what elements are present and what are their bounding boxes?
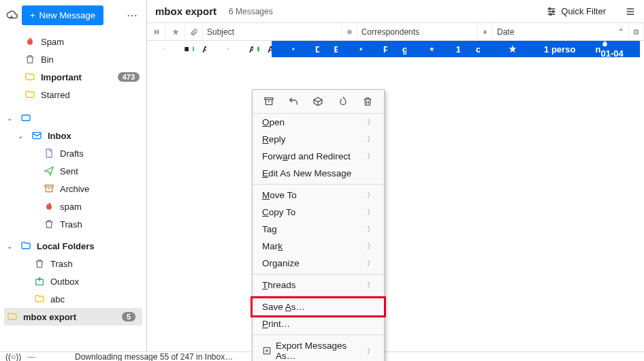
col-date[interactable]: Date⌃	[493, 23, 629, 40]
menu-item-edit-as-new-message[interactable]: Edit As New Message	[253, 165, 384, 182]
sidebar-item-trash[interactable]: Trash	[0, 255, 146, 272]
download-cloud-icon[interactable]	[5, 9, 18, 21]
star-icon[interactable]	[222, 41, 234, 57]
col-read[interactable]	[342, 23, 357, 40]
status-downloading: Downloading message 55 of 247 in Inbox…	[75, 352, 233, 362]
menu-icon[interactable]	[625, 6, 636, 17]
folder-tree: SpamBinImportant473Starred ⌄ ⌄ Inbox Dra…	[0, 30, 146, 351]
read-status-icon[interactable]	[319, 41, 329, 57]
read-status-icon[interactable]	[577, 41, 592, 57]
message-row[interactable]: AskWoody Free – 21.14.F…AskWoody Tech LL…	[206, 41, 644, 57]
col-correspondents[interactable]: Correspondents	[357, 23, 478, 40]
menu-item-label: Forward and Redirect	[262, 151, 351, 161]
read-status-icon[interactable]	[387, 41, 398, 57]
menu-item-copy-to[interactable]: Copy To〉	[253, 204, 384, 221]
star-icon[interactable]	[425, 41, 439, 57]
column-picker[interactable]	[629, 23, 644, 40]
menu-item-organize[interactable]: Organize〉	[253, 255, 384, 272]
submenu-arrow-icon: 〉	[367, 134, 374, 144]
star-icon[interactable]	[158, 41, 169, 57]
account-mailbox-row[interactable]: ⌄ Inbox	[0, 127, 146, 144]
message-row[interactable]: Pre-mag Alpha 01-04-2024, 17:40131 fonce…	[338, 41, 636, 57]
menu-item-export-messages-as[interactable]: Export Messages As…〉	[253, 337, 384, 361]
sidebar-item-important[interactable]: Important473	[0, 68, 146, 86]
archive-icon[interactable]	[263, 95, 275, 108]
sidebar-item-spam[interactable]: Spam	[0, 33, 146, 50]
context-menu: Open〉Reply〉Forward and Redirect〉Edit As …	[252, 89, 385, 361]
star-icon[interactable]	[355, 41, 367, 57]
message-subject: Pre-ma	[379, 41, 387, 57]
local-folders-row[interactable]: ⌄ Local Folders	[0, 237, 146, 255]
message-row[interactable]: 1 person 01-04-2024, 19:44	[480, 41, 628, 57]
menu-item-label: Print…	[262, 319, 290, 329]
sidebar-item-starred[interactable]: Starred	[0, 86, 146, 104]
sidebar-item-label: Starred	[41, 90, 140, 100]
submenu-arrow-icon: 〉	[367, 224, 374, 234]
sidebar-item-bin[interactable]: Bin	[0, 50, 146, 68]
submenu-arrow-icon: 〉	[367, 151, 374, 161]
star-icon[interactable]	[287, 41, 300, 57]
outbox-icon	[34, 276, 45, 287]
menu-item-print[interactable]: Print…	[253, 315, 384, 332]
message-subject: AskWoody Free – 21.14.F…	[245, 41, 253, 57]
sidebar-item-spam[interactable]: spam	[0, 198, 146, 215]
read-status-icon[interactable]	[253, 41, 263, 57]
sidebar-item-outbox[interactable]: Outbox	[0, 272, 146, 290]
new-message-button[interactable]: + New Message	[22, 5, 103, 25]
more-button[interactable]: ⋯	[124, 6, 141, 25]
draft-icon	[44, 148, 54, 159]
menu-item-threads[interactable]: Threads〉	[253, 277, 384, 294]
col-spam[interactable]	[478, 23, 493, 40]
menu-item-mark[interactable]: Mark〉	[253, 238, 384, 255]
inbox-label: Inbox	[48, 131, 140, 141]
menu-item-save-as[interactable]: Save As…	[253, 298, 384, 315]
message-row[interactable]: 131 fonces 01-04-2024, 19:001 person 01-…	[406, 41, 632, 57]
menu-item-reply[interactable]: Reply〉	[253, 131, 384, 148]
menu-item-label: Threads	[262, 280, 296, 290]
sidebar-item-trash[interactable]: Trash	[0, 215, 146, 233]
message-correspondent: g Alpha 01-04-2024, 17:40	[398, 41, 406, 57]
quick-filter-button[interactable]: Quick Filter	[546, 6, 606, 17]
reply-icon[interactable]	[287, 95, 300, 108]
svg-rect-0	[22, 115, 30, 121]
message-correspondent: n 01-04-2024, 19:44	[592, 41, 624, 57]
menu-item-forward-and-redirect[interactable]: Forward and Redirect〉	[253, 148, 384, 165]
sidebar-item-abc[interactable]: abc	[0, 290, 146, 308]
folder-icon	[20, 240, 31, 251]
submenu-arrow-icon: 〉	[367, 241, 374, 251]
sidebar-item-label: spam	[60, 202, 140, 212]
sidebar-item-archive[interactable]: Archive	[0, 180, 146, 198]
sidebar-item-label: Bin	[41, 54, 140, 65]
col-star[interactable]	[166, 23, 185, 40]
sidebar-item-mbox-export[interactable]: mbox export5	[4, 308, 142, 326]
spam-icon[interactable]	[600, 41, 615, 48]
sidebar-item-label: Sent	[60, 166, 140, 176]
flame-icon	[44, 201, 54, 212]
sidebar-item-label: Outbox	[50, 277, 140, 287]
message-row[interactable]: Daily hoBubbleLife 01-04-2024, 15:58Pre-…	[272, 41, 640, 57]
menu-item-tag[interactable]: Tag〉	[253, 221, 384, 238]
folder-icon	[7, 311, 18, 322]
sidebar-item-sent[interactable]: Sent	[0, 162, 146, 180]
menu-item-label: Reply	[262, 134, 286, 144]
sidebar: + New Message ⋯ SpamBinImportant473Starr…	[0, 0, 147, 351]
message-row[interactable]: ■4月1日からゆうちょ銀…All About 01-04-2024, 13:30…	[147, 41, 644, 57]
star-icon[interactable]	[503, 41, 522, 57]
message-subject: 131 fon	[452, 41, 460, 57]
read-status-icon[interactable]	[189, 41, 199, 57]
col-thread[interactable]	[147, 23, 166, 40]
export-icon	[262, 346, 272, 356]
col-subject[interactable]: Subject	[203, 23, 342, 40]
menu-item-open[interactable]: Open〉	[253, 114, 384, 131]
junk-icon[interactable]	[337, 95, 349, 108]
sidebar-item-drafts[interactable]: Drafts	[0, 144, 146, 162]
account-row[interactable]: ⌄	[0, 109, 146, 127]
broadcast-icon[interactable]: ((○))	[5, 352, 15, 362]
submenu-arrow-icon: 〉	[367, 207, 374, 217]
col-attachment[interactable]	[185, 23, 203, 40]
box-icon[interactable]	[312, 95, 324, 108]
svg-point-8	[553, 10, 555, 12]
delete-icon[interactable]	[361, 95, 374, 108]
read-status-icon[interactable]	[460, 41, 472, 57]
menu-item-move-to[interactable]: Move To〉	[253, 187, 384, 204]
